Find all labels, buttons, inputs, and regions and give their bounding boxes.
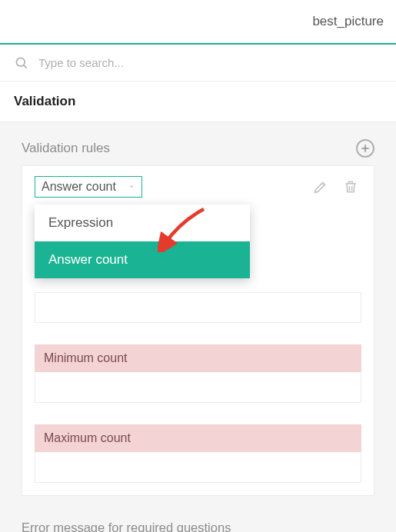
validation-panel: Validation rules Answer count	[0, 122, 396, 504]
caret-down-icon	[128, 180, 135, 194]
hidden-field-input[interactable]	[35, 292, 361, 323]
required-error-label: Error message for required questions	[0, 504, 396, 532]
validation-rules-header: Validation rules	[22, 139, 374, 158]
section-title: Validation	[0, 81, 396, 122]
max-count-label: Maximum count	[35, 424, 361, 452]
header-bar: best_picture	[0, 0, 396, 45]
validation-rules-title: Validation rules	[22, 141, 110, 156]
min-count-block: Minimum count	[35, 344, 361, 403]
rule-block: Answer count Expression Answer count	[22, 165, 374, 496]
rule-type-select[interactable]: Answer count	[35, 176, 142, 198]
delete-rule-button[interactable]	[340, 175, 361, 198]
max-count-block: Maximum count	[35, 424, 361, 483]
max-count-input[interactable]	[35, 452, 361, 483]
search-bar	[0, 45, 396, 81]
min-count-label: Minimum count	[35, 344, 361, 372]
rule-header-row: Answer count Expression Answer count	[35, 175, 361, 198]
min-count-input[interactable]	[35, 372, 361, 403]
dropdown-item-answer-count[interactable]: Answer count	[35, 241, 250, 278]
dropdown-item-expression[interactable]: Expression	[35, 204, 250, 241]
svg-point-0	[16, 58, 25, 66]
search-icon	[14, 55, 29, 71]
svg-line-1	[24, 65, 27, 68]
edit-rule-button[interactable]	[309, 175, 332, 198]
breadcrumb: best_picture	[312, 14, 384, 29]
rule-type-value: Answer count	[42, 180, 116, 194]
rule-fields: Minimum count Maximum count	[35, 283, 361, 483]
rule-type-dropdown: Expression Answer count	[35, 204, 250, 278]
add-rule-button[interactable]	[356, 139, 374, 158]
search-input[interactable]	[38, 56, 382, 69]
hidden-field-block	[35, 292, 361, 323]
